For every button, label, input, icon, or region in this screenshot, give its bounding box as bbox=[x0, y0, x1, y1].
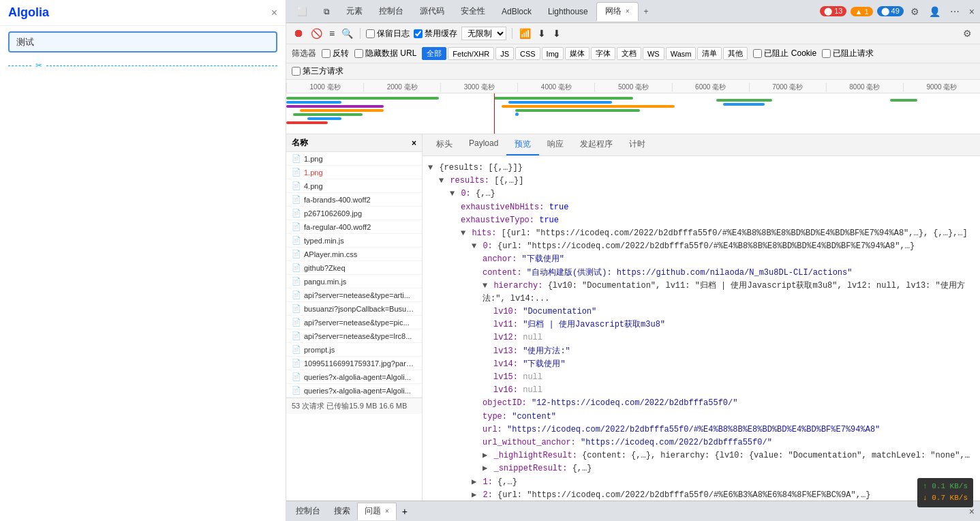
tab-elements[interactable]: 元素 bbox=[338, 2, 371, 21]
reverse-input[interactable] bbox=[322, 49, 331, 58]
file-item-1[interactable]: 📄1.png bbox=[286, 152, 422, 166]
search-button[interactable]: 🔍 bbox=[340, 27, 354, 40]
tab-inspect[interactable]: ⧉ bbox=[316, 2, 338, 21]
filter-img-button[interactable]: Img bbox=[542, 47, 564, 60]
block-request-input[interactable] bbox=[822, 49, 831, 58]
tab-preview[interactable]: 预览 bbox=[506, 134, 539, 155]
file-item-8[interactable]: 📄APlayer.min.css bbox=[286, 248, 422, 261]
detail-content[interactable]: ▼ {results: [{,…}]} ▼ results: [{,…}] ▼ … bbox=[423, 156, 980, 501]
file-item-18[interactable]: 📄queries?x-algolia-agent=Algoli... bbox=[286, 384, 422, 398]
tab-sources[interactable]: 源代码 bbox=[412, 2, 453, 21]
import-icon[interactable]: ⬇ bbox=[536, 27, 547, 40]
filter-fetch-button[interactable]: Fetch/XHR bbox=[448, 47, 494, 60]
filter-wasm-button[interactable]: Wasm bbox=[666, 47, 696, 60]
filter-doc-button[interactable]: 文档 bbox=[617, 47, 641, 60]
left-panel-close-button[interactable]: × bbox=[271, 7, 277, 19]
json-snippet-key: _snippetResult: bbox=[493, 464, 572, 473]
tab-payload[interactable]: Payload bbox=[461, 134, 506, 155]
wifi-icon[interactable]: 📶 bbox=[518, 27, 532, 40]
filter-media-button[interactable]: 媒体 bbox=[565, 47, 589, 60]
filter-css-button[interactable]: CSS bbox=[515, 47, 540, 60]
tab-console[interactable]: 控制台 bbox=[371, 2, 412, 21]
json-hits-arrow[interactable]: ▼ bbox=[461, 228, 465, 238]
file-item-16[interactable]: 📄109951166991759317.jpg?para... bbox=[286, 357, 422, 370]
bottom-tab-add-button[interactable]: + bbox=[397, 504, 413, 519]
more-menu-icon[interactable]: ⋯ bbox=[947, 5, 962, 18]
new-tab-button[interactable]: + bbox=[639, 4, 654, 19]
filter-toggle-button[interactable]: ≡ bbox=[328, 27, 336, 40]
export-icon[interactable]: ⬇ bbox=[551, 27, 562, 40]
hide-data-url-checkbox[interactable]: 隐藏数据 URL bbox=[354, 48, 416, 59]
file-item-14[interactable]: 📄api?server=netease&type=lrc8... bbox=[286, 329, 422, 343]
file-item-5[interactable]: 📄p2671062609.jpg bbox=[286, 207, 422, 220]
tab-response[interactable]: 响应 bbox=[539, 134, 572, 155]
third-party-input[interactable] bbox=[292, 67, 301, 76]
file-item-7[interactable]: 📄typed.min.js bbox=[286, 234, 422, 248]
throttle-select[interactable]: 无限制 bbox=[461, 27, 506, 40]
json-lv11-value: "归档 | 使用Javascript获取m3u8" bbox=[523, 320, 665, 329]
file-list-close-icon[interactable]: × bbox=[412, 138, 416, 148]
ruler-7000: 7000 毫秒 bbox=[749, 83, 826, 92]
block-request-checkbox[interactable]: 已阻止请求 bbox=[822, 48, 874, 59]
tab-security[interactable]: 安全性 bbox=[453, 2, 493, 21]
devtools-close-icon[interactable]: × bbox=[966, 5, 977, 18]
file-list-scroll[interactable]: 📄1.png 📄1.png 📄4.png 📄fa-brands-400.woff… bbox=[286, 152, 422, 398]
left-search-input[interactable] bbox=[8, 31, 277, 53]
bottom-tab-issues[interactable]: 问题 × bbox=[357, 503, 397, 520]
filter-other-button[interactable]: 其他 bbox=[723, 47, 748, 60]
filter-js-button[interactable]: JS bbox=[495, 47, 514, 60]
json-hierarchy-arrow[interactable]: ▼ bbox=[483, 281, 487, 291]
file-item-10[interactable]: 📄pangu.min.js bbox=[286, 275, 422, 288]
file-list-footer: 53 次请求 已传输15.9 MB 16.6 MB bbox=[286, 398, 422, 414]
file-item-11[interactable]: 📄api?server=netease&type=arti... bbox=[286, 288, 422, 302]
settings-icon[interactable]: ⚙ bbox=[908, 5, 922, 18]
json-snippet-arrow[interactable]: ▶ bbox=[483, 464, 487, 473]
json-item0-arrow[interactable]: ▼ bbox=[450, 189, 455, 198]
file-item-17[interactable]: 📄queries?x-algolia-agent=Algoli... bbox=[286, 370, 422, 384]
block-cookie-checkbox[interactable]: 已阻止 Cookie bbox=[753, 48, 816, 59]
json-item2-arrow[interactable]: ▶ bbox=[472, 490, 476, 500]
filter-manifest-button[interactable]: 清单 bbox=[697, 47, 722, 60]
preserve-log-input[interactable] bbox=[366, 29, 375, 38]
bottom-tab-search[interactable]: 搜索 bbox=[327, 503, 357, 520]
json-highlight-arrow[interactable]: ▶ bbox=[483, 451, 487, 460]
file-item-9[interactable]: 📄github?Zkeq bbox=[286, 261, 422, 275]
file-item-4[interactable]: 📄fa-brands-400.woff2 bbox=[286, 193, 422, 207]
preserve-log-checkbox[interactable]: 保留日志 bbox=[366, 28, 410, 40]
disable-cache-checkbox[interactable]: 禁用缓存 bbox=[414, 28, 457, 40]
file-item-15[interactable]: 📄prompt.js bbox=[286, 343, 422, 357]
file-item-13[interactable]: 📄api?server=netease&type=pic... bbox=[286, 316, 422, 329]
user-icon[interactable]: 👤 bbox=[926, 5, 943, 18]
block-cookie-input[interactable] bbox=[753, 49, 762, 58]
tab-timing[interactable]: 计时 bbox=[621, 134, 654, 155]
toolbar-settings-icon[interactable]: ⚙ bbox=[960, 27, 975, 40]
json-results-outer-arrow[interactable]: ▼ bbox=[439, 176, 444, 185]
tab-screenshot[interactable]: ⬜ bbox=[289, 2, 316, 21]
tab-initiator[interactable]: 发起程序 bbox=[572, 134, 621, 155]
bottom-issues-close-icon[interactable]: × bbox=[385, 507, 389, 515]
clear-button[interactable]: 🚫 bbox=[309, 27, 324, 40]
bottom-tab-console[interactable]: 控制台 bbox=[289, 503, 327, 520]
json-item1-arrow[interactable]: ▶ bbox=[472, 477, 476, 487]
file-item-2[interactable]: 📄1.png bbox=[286, 166, 422, 179]
third-party-checkbox[interactable]: 第三方请求 bbox=[292, 65, 343, 77]
file-name-3: 4.png bbox=[304, 182, 416, 190]
filter-all-button[interactable]: 全部 bbox=[422, 47, 446, 60]
timeline-content[interactable] bbox=[286, 93, 980, 134]
file-item-12[interactable]: 📄busuanzi?jsonpCallback=Busua... bbox=[286, 302, 422, 316]
reverse-checkbox[interactable]: 反转 bbox=[322, 48, 349, 59]
file-item-3[interactable]: 📄4.png bbox=[286, 179, 422, 193]
network-tab-close-icon[interactable]: × bbox=[626, 8, 630, 15]
tab-headers[interactable]: 标头 bbox=[428, 134, 461, 155]
tab-adblock[interactable]: AdBlock bbox=[493, 2, 540, 21]
json-root-arrow[interactable]: ▼ bbox=[428, 163, 433, 173]
tab-lighthouse[interactable]: Lighthouse bbox=[540, 2, 596, 21]
filter-font-button[interactable]: 字体 bbox=[591, 47, 615, 60]
filter-ws-button[interactable]: WS bbox=[643, 47, 664, 60]
record-button[interactable]: ⏺ bbox=[292, 26, 305, 41]
disable-cache-input[interactable] bbox=[414, 29, 423, 38]
json-hit0-arrow[interactable]: ▼ bbox=[472, 241, 476, 251]
file-item-6[interactable]: 📄fa-regular-400.woff2 bbox=[286, 220, 422, 234]
hide-data-url-input[interactable] bbox=[354, 49, 363, 58]
tab-network[interactable]: 网络 × bbox=[596, 2, 639, 21]
